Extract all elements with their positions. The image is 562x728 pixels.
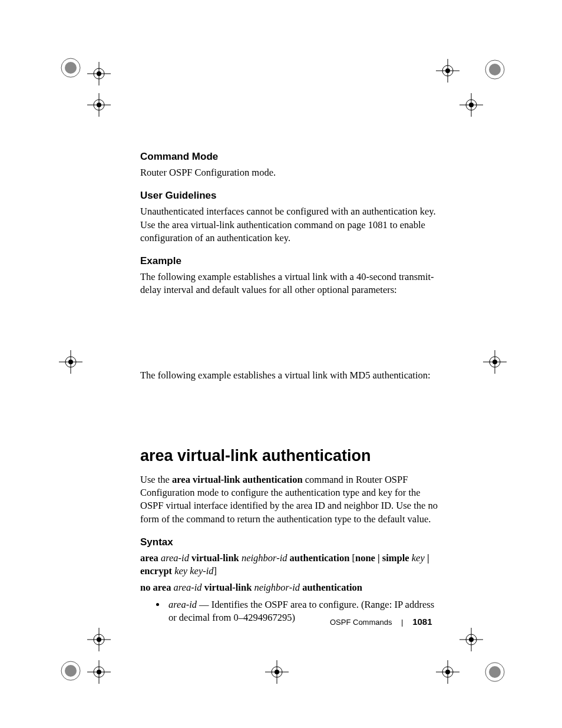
svg-point-9 [97,103,101,107]
svg-point-49 [469,637,474,642]
registration-mark-icon [483,350,521,388]
text-command-mode: Router OSPF Configuration mode. [140,166,441,179]
svg-point-33 [97,637,101,642]
text-user-guidelines: Unauthenticated interfaces cannot be con… [140,205,441,245]
svg-point-23 [68,360,73,364]
registration-mark-icon [483,58,521,95]
heading-user-guidelines: User Guidelines [140,190,441,202]
svg-point-17 [469,103,474,107]
footer-page-number: 1081 [412,617,432,627]
footer-separator: | [401,618,403,627]
svg-point-13 [445,68,450,73]
page-footer: OSPF Commands | 1081 [330,617,442,627]
svg-point-5 [97,71,101,76]
heading-syntax: Syntax [140,536,441,548]
heading-example: Example [140,255,441,267]
registration-mark-icon [459,93,497,131]
svg-point-19 [489,64,501,75]
registration-mark-icon [436,59,474,97]
footer-section: OSPF Commands [330,618,392,627]
svg-point-45 [445,670,450,674]
heading-main: area virtual-link authentication [140,447,441,465]
svg-point-1 [65,62,77,74]
registration-mark-icon [87,93,125,131]
registration-mark-icon [265,660,303,698]
text-example-2: The following example establishes a virt… [140,369,441,382]
syntax-line-2: no area area-id virtual-link neighbor-id… [140,581,441,594]
svg-point-29 [65,665,77,677]
svg-point-41 [275,670,279,674]
text-main-intro: Use the area virtual-link authentication… [140,473,441,526]
page-content: Command Mode Router OSPF Configuration m… [140,151,441,624]
syntax-line-1: area area-id virtual-link neighbor-id au… [140,552,441,578]
svg-point-51 [489,666,501,678]
svg-point-27 [492,360,497,364]
registration-mark-icon [87,660,125,698]
heading-command-mode: Command Mode [140,151,441,163]
registration-mark-icon [483,660,521,698]
registration-mark-icon [436,660,474,698]
svg-point-37 [97,670,101,674]
registration-mark-icon [59,350,97,388]
text-example-1: The following example establishes a virt… [140,271,441,297]
